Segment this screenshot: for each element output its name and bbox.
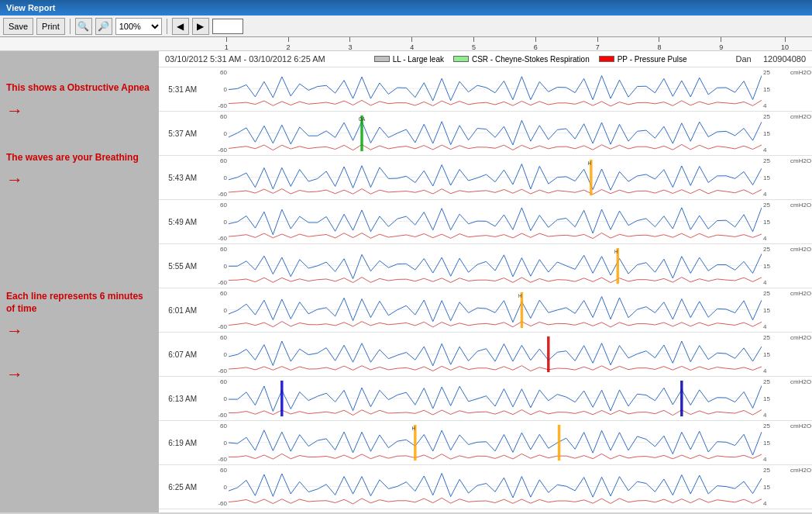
scale-right-4: 25154	[762, 244, 789, 288]
annotation-breathing-arrow: →	[6, 170, 153, 190]
annotation-obstructive: This shows a Obstructive Apnea →	[6, 82, 153, 121]
ruler-mark-5: 5	[472, 37, 476, 51]
chart-area[interactable]: 03/10/2012 5:31 AM - 03/10/2012 6:25 AM …	[159, 51, 812, 512]
time-label-4: 5:55 AM	[159, 244, 201, 288]
scale-right-9: 25154	[762, 465, 789, 509]
chart-canvas-7	[229, 377, 762, 420]
print-button[interactable]: Print	[36, 18, 65, 35]
waveform-svg-2: H	[229, 156, 762, 199]
waveform-svg-8: H	[229, 421, 762, 464]
chart-canvas-8: H	[229, 421, 762, 464]
arrow-right-icon2: →	[6, 170, 23, 190]
annotation-obstructive-text: This shows a Obstructive Apnea	[6, 82, 153, 95]
zoom-out-button[interactable]: 🔍	[75, 18, 92, 35]
axis-label-7: cmH2O	[789, 377, 812, 420]
main-content: This shows a Obstructive Apnea → The wav…	[0, 51, 812, 512]
zoom-in-button[interactable]: 🔎	[95, 18, 112, 35]
ruler-mark-9: 9	[719, 37, 723, 51]
chart-canvas-5: H	[229, 288, 762, 332]
time-label-6: 6:07 AM	[159, 333, 201, 376]
svg-text:H: H	[412, 425, 416, 430]
annotation-obstructive-arrow: →	[6, 101, 153, 121]
svg-rect-22	[558, 425, 560, 461]
scale-right-2: 25154	[762, 156, 789, 199]
axis-label-4: cmH2O	[789, 244, 812, 288]
chart-canvas-3	[229, 200, 762, 243]
waveform-svg-7	[229, 377, 762, 420]
chart-row-0: 5:31 AM600-6025154cmH2O	[159, 67, 812, 112]
zoom-select[interactable]: 100% 50% 75% 125% 150%	[115, 18, 162, 35]
next-page-button[interactable]: ▶	[192, 18, 209, 35]
chart-canvas-9	[229, 465, 762, 509]
scale-right-1: 25154	[762, 112, 789, 155]
chart-row-5: 6:01 AM600-60H25154cmH2O	[159, 288, 812, 333]
separator	[70, 19, 71, 34]
prev-page-button[interactable]: ◀	[172, 18, 189, 35]
ruler-mark-3: 3	[348, 37, 352, 51]
arrow-right-icon: →	[6, 101, 23, 121]
time-label-0: 5:31 AM	[159, 67, 201, 111]
scale-left-1: 600-60	[201, 112, 229, 155]
annotation-breathing: The waves are your Breathing →	[6, 152, 153, 191]
patient-info: Dan 120904080	[735, 54, 806, 64]
waveform-svg-9	[229, 465, 762, 509]
axis-label-8: cmH2O	[789, 421, 812, 464]
axis-label-5: cmH2O	[789, 288, 812, 332]
legend-container: LL - Large leakCSR - Cheyne-Stokes Respi…	[374, 55, 687, 64]
svg-text:H: H	[614, 248, 618, 254]
toolbar: Save Print 🔍 🔎 100% 50% 75% 125% 150% ◀ …	[0, 16, 812, 37]
scale-left-0: 600-60	[201, 67, 229, 111]
scale-left-6: 600-60	[201, 333, 229, 376]
left-panel: This shows a Obstructive Apnea → The wav…	[0, 51, 159, 512]
separator2	[167, 19, 167, 34]
chart-canvas-4: H	[229, 244, 762, 288]
ruler-mark-7: 7	[596, 37, 600, 51]
patient-name: Dan	[735, 54, 751, 64]
scale-left-5: 600-60	[201, 288, 229, 332]
title-text: View Report	[6, 3, 55, 12]
ruler: 12345678910	[0, 37, 812, 51]
chart-rows-container: 5:31 AM600-6025154cmH2O5:37 AM600-60OA25…	[159, 67, 812, 509]
legend-item-0: LL - Large leak	[374, 55, 444, 64]
time-label-3: 5:49 AM	[159, 200, 201, 243]
scale-right-8: 25154	[762, 421, 789, 464]
scale-left-3: 600-60	[201, 200, 229, 243]
annotation-time-arrows: → →	[6, 321, 153, 385]
save-button[interactable]: Save	[3, 18, 33, 35]
time-label-5: 6:01 AM	[159, 288, 201, 332]
legend-item-1: CSR - Cheyne-Stokes Respiration	[453, 55, 590, 64]
date-range: 03/10/2012 5:31 AM - 03/10/2012 6:25 AM	[165, 54, 325, 64]
waveform-svg-4: H	[229, 244, 762, 288]
chart-row-1: 5:37 AM600-60OA25154cmH2O	[159, 112, 812, 156]
svg-rect-18	[680, 381, 683, 416]
chart-header: 03/10/2012 5:31 AM - 03/10/2012 6:25 AM …	[159, 51, 812, 67]
chart-row-4: 5:55 AM600-60H25154cmH2O	[159, 244, 812, 288]
ruler-mark-4: 4	[410, 37, 414, 51]
scale-left-8: 600-60	[201, 421, 229, 464]
axis-label-9: cmH2O	[789, 465, 812, 509]
arrow-right-icon3: →	[6, 321, 23, 341]
waveform-svg-3	[229, 200, 762, 243]
ruler-mark-10: 10	[781, 37, 789, 51]
page-input[interactable]: 6/9	[212, 19, 243, 34]
chart-row-6: 6:07 AM600-6025154cmH2O	[159, 333, 812, 377]
time-label-9: 6:25 AM	[159, 465, 201, 509]
chart-canvas-1: OA	[229, 112, 762, 155]
svg-text:OA: OA	[359, 116, 366, 121]
axis-label-2: cmH2O	[789, 156, 812, 199]
svg-text:H: H	[588, 160, 592, 165]
waveform-svg-6	[229, 333, 762, 376]
scale-left-9: 600-60	[201, 465, 229, 509]
waveform-svg-0	[229, 67, 762, 111]
annotation-breathing-text: The waves are your Breathing	[6, 152, 153, 164]
chart-canvas-2: H	[229, 156, 762, 199]
patient-id: 120904080	[763, 54, 806, 64]
scale-right-3: 25154	[762, 200, 789, 243]
scale-right-7: 25154	[762, 377, 789, 420]
time-label-2: 5:43 AM	[159, 156, 201, 199]
svg-text:H: H	[518, 292, 522, 298]
window-title: View Report	[0, 0, 812, 16]
scale-left-2: 600-60	[201, 156, 229, 199]
legend-item-2: PP - Pressure Pulse	[599, 55, 687, 64]
chart-row-9: 6:25 AM600-6025154cmH2O	[159, 465, 812, 509]
